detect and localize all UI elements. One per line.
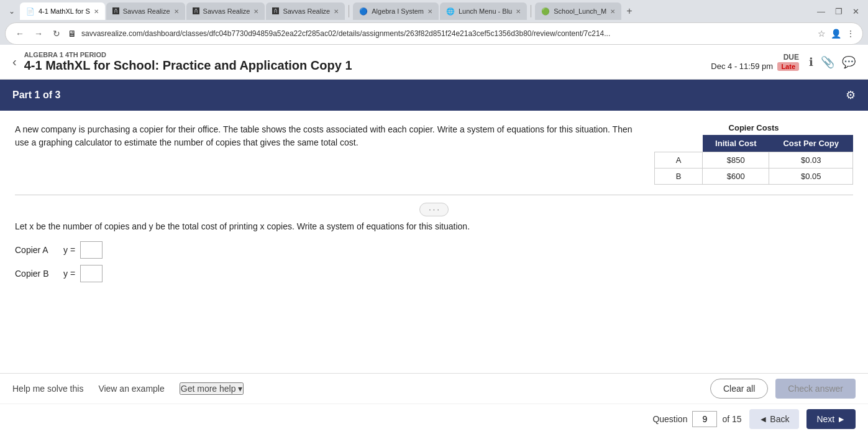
restore-button[interactable]: ❐ [831,6,846,17]
profile-icon[interactable]: 👤 [831,29,841,39]
expand-button[interactable]: · · · [419,203,449,216]
row-b-cost: $0.05 [769,169,853,185]
of-total-label: of 15 [722,414,741,424]
tab-separator-2 [531,5,531,17]
assignment-title: 4-1 MathXL for School: Practice and Appl… [24,58,711,73]
assignment-back-button[interactable]: ‹ [12,55,17,69]
tab-2-label: Savvas Realize [123,7,170,15]
col-header-copier: Copier [655,135,703,152]
get-more-help-button[interactable]: Get more help ▾ [180,382,244,395]
reload-button[interactable]: ↻ [50,27,63,40]
copier-b-row: Copier B y = [15,265,853,282]
tab-6-close[interactable]: ✕ [516,8,521,15]
minimize-button[interactable]: — [813,6,829,17]
tab-2-icon: 🅰 [112,7,119,15]
copier-table-block: Copier Costs Copier Initial Cost Cost Pe… [654,123,853,185]
tab-5-close[interactable]: ✕ [427,8,432,15]
row-a-initial: $850 [703,152,769,169]
page-content: ‹ ALGEBRA 1 4TH PERIOD 4-1 MathXL for Sc… [0,45,868,434]
late-badge: Late [777,62,799,71]
equation-instruction: Let x be the number of copies and y be t… [15,221,853,231]
assignment-header: ‹ ALGEBRA 1 4TH PERIOD 4-1 MathXL for Sc… [0,45,868,80]
col-header-initial: Initial Cost [703,135,769,152]
question-number-input[interactable] [692,411,717,427]
tab-4-close[interactable]: ✕ [334,8,339,15]
tab-4[interactable]: 🅰 Savvas Realize ✕ [266,2,345,20]
paperclip-icon-button[interactable]: 📎 [821,55,834,69]
back-nav-button[interactable]: ← [13,27,27,40]
copier-a-label: Copier A [15,245,58,255]
copier-b-label: Copier B [15,269,58,279]
problem-description: A new company is purchasing a copier for… [15,123,642,149]
tab-1-close[interactable]: ✕ [94,8,99,15]
assignment-breadcrumb: ALGEBRA 1 4TH PERIOD [24,51,711,58]
table-row-b: B $600 $0.05 [655,169,853,185]
part-label: Part 1 of 3 [12,90,60,101]
check-answer-button[interactable]: Check answer [775,379,856,399]
copier-b-y-equals: y = [63,269,75,279]
tab-1-icon: 📄 [26,7,35,16]
row-b-initial: $600 [703,169,769,185]
new-tab-button[interactable]: + [623,6,636,17]
tab-6-label: Lunch Menu - Blu [459,7,512,15]
copier-b-answer-input[interactable] [80,265,103,282]
right-controls: Clear all Check answer [710,379,856,399]
question-area: A new company is purchasing a copier for… [0,111,868,301]
problem-layout: A new company is purchasing a copier for… [15,123,853,185]
address-icons: ☆ 👤 ⋮ [818,29,855,39]
table-title: Copier Costs [729,123,779,132]
tab-7[interactable]: 🟢 School_Lunch_M ✕ [535,2,621,20]
row-b-copier: B [655,169,703,185]
page-icon: 🖥 [68,29,76,39]
tab-3-label: Savvas Realize [203,7,250,15]
divider-line [15,195,853,195]
row-a-cost: $0.03 [769,152,853,169]
assignment-title-block: ALGEBRA 1 4TH PERIOD 4-1 MathXL for Scho… [24,51,711,73]
address-input[interactable] [81,29,813,38]
due-block: DUE Dec 4 - 11:59 pm Late [711,53,799,71]
close-button[interactable]: ✕ [849,6,863,17]
copier-a-row: Copier A y = [15,241,853,259]
copier-a-answer-input[interactable] [80,241,103,259]
tab-7-icon: 🟢 [541,7,550,16]
tab-menu-btn[interactable]: ⌄ [5,4,19,18]
next-nav-button[interactable]: Next ► [806,409,856,429]
bottom-area: Help me solve this View an example Get m… [0,373,868,434]
clear-all-button[interactable]: Clear all [710,379,768,399]
address-bar: ← → ↻ 🖥 ☆ 👤 ⋮ [5,22,863,45]
tab-bar: ⌄ 📄 4-1 MathXL for S ✕ 🅰 Savvas Realize … [0,0,868,22]
tab-1-label: 4-1 MathXL for S [39,7,90,15]
table-header-row: Copier Initial Cost Cost Per Copy [655,135,853,152]
copier-a-y-equals: y = [63,245,75,255]
tab-3[interactable]: 🅰 Savvas Realize ✕ [186,2,265,20]
due-label: DUE [711,53,799,62]
view-example-button[interactable]: View an example [98,384,164,394]
star-icon[interactable]: ☆ [818,29,826,39]
tab-5-label: Algebra I System [372,7,424,15]
more-icon[interactable]: ⋮ [846,29,855,39]
row-a-copier: A [655,152,703,169]
tab-1[interactable]: 📄 4-1 MathXL for S ✕ [20,2,105,20]
col-header-cost: Cost Per Copy [769,135,853,152]
question-nav-label: Question [652,414,687,424]
tab-2[interactable]: 🅰 Savvas Realize ✕ [106,2,185,20]
tab-7-label: School_Lunch_M [554,7,606,15]
settings-icon[interactable]: ⚙ [846,88,856,102]
chat-icon-button[interactable]: 💬 [842,55,856,69]
tab-2-close[interactable]: ✕ [174,8,179,15]
window-controls: — ❐ ✕ [813,6,863,17]
info-icon-button[interactable]: ℹ [809,55,813,69]
forward-nav-button[interactable]: → [32,27,45,40]
question-nav: Question of 15 [652,411,741,427]
browser-chrome: ⌄ 📄 4-1 MathXL for S ✕ 🅰 Savvas Realize … [0,0,868,45]
part-banner: Part 1 of 3 ⚙ [0,80,868,111]
help-me-solve-button[interactable]: Help me solve this [12,384,83,394]
back-nav-button-bottom[interactable]: ◄ Back [749,409,800,429]
tab-7-close[interactable]: ✕ [610,8,615,15]
tab-3-close[interactable]: ✕ [254,8,258,15]
tab-6[interactable]: 🌐 Lunch Menu - Blu ✕ [440,2,527,20]
tab-3-icon: 🅰 [193,7,199,15]
bottom-row1: Help me solve this View an example Get m… [0,373,868,404]
copier-table: Copier Initial Cost Cost Per Copy A $850… [654,135,853,185]
tab-5[interactable]: 🔵 Algebra I System ✕ [353,2,439,20]
